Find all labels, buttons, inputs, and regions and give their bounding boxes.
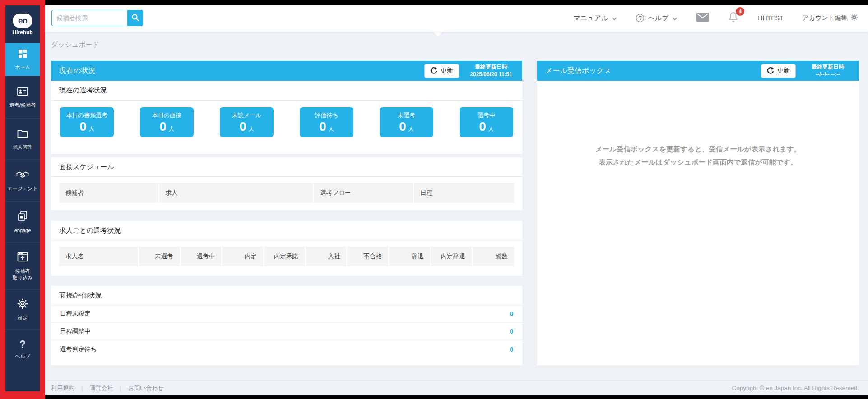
status-tile[interactable]: 本日の書類選考 0 人 bbox=[60, 107, 114, 137]
sidebar-item-settings[interactable]: 設定 bbox=[5, 289, 40, 329]
column-header: 選考中 bbox=[181, 247, 222, 266]
last-updated: 最終更新日時 2025/06/20 11:51 bbox=[464, 63, 518, 79]
column-header: 求人 bbox=[159, 183, 314, 203]
last-updated-value: --/--/-- --:-- bbox=[801, 71, 854, 78]
evaluation-row[interactable]: 日程未設定 0 bbox=[51, 305, 522, 323]
tile-unit: 人 bbox=[329, 125, 334, 133]
breadcrumb: ダッシュボード bbox=[51, 41, 99, 49]
status-tile[interactable]: 選考中 0 人 bbox=[460, 107, 513, 137]
folder-icon bbox=[17, 128, 28, 141]
search-icon bbox=[131, 14, 139, 23]
tile-label: 未読メール bbox=[220, 111, 274, 119]
search-button[interactable] bbox=[127, 10, 143, 26]
evaluation-row[interactable]: 選考判定待ち 0 bbox=[51, 340, 522, 358]
tile-label: 本日の面接 bbox=[140, 111, 194, 119]
question-icon: ? bbox=[19, 339, 26, 350]
section-title: 求人ごとの選考状況 bbox=[51, 221, 522, 240]
nav-label: ホーム bbox=[15, 64, 30, 71]
refresh-button[interactable]: 更新 bbox=[761, 64, 796, 78]
evaluation-count: 0 bbox=[510, 328, 513, 335]
evaluation-label: 日程未設定 bbox=[60, 310, 91, 318]
current-status-panel: 現在の状況 更新 最終更新日時 2025/06/20 11:51 現在の選考状況… bbox=[51, 61, 522, 154]
account-name[interactable]: HHTEST bbox=[758, 14, 783, 22]
evaluation-rows: 日程未設定 0 日程調整中 0 選考判定待ち 0 bbox=[51, 305, 522, 358]
header-menu: マニュアル ? ヘルプ 4 HHTEST bbox=[574, 11, 858, 25]
column-header: 内定承諾 bbox=[264, 247, 306, 266]
mail-icon[interactable] bbox=[696, 13, 709, 23]
sidebar-item-help[interactable]: ? ヘルプ bbox=[5, 329, 40, 370]
dashboard-grid-icon bbox=[17, 48, 28, 61]
tile-value: 0 bbox=[159, 120, 167, 134]
sidebar-nav: en Hirehub ホーム 選考/候補者 求人管理 bbox=[5, 5, 40, 391]
evaluation-row[interactable]: 日程調整中 0 bbox=[51, 323, 522, 340]
tile-label: 選考中 bbox=[460, 111, 513, 119]
manual-menu[interactable]: マニュアル bbox=[574, 14, 617, 23]
candidate-search bbox=[51, 10, 143, 26]
refresh-label: 更新 bbox=[777, 67, 790, 75]
mail-inbox-header: メール受信ボックス 更新 最終更新日時 --/--/-- --:-- bbox=[537, 61, 859, 81]
section-title: 面接/評価状況 bbox=[51, 286, 522, 305]
sidebar-highlight-frame: en Hirehub ホーム 選考/候補者 求人管理 bbox=[0, 0, 45, 399]
refresh-button[interactable]: 更新 bbox=[424, 64, 459, 78]
tile-value: 0 bbox=[479, 120, 486, 134]
column-header: 不合格 bbox=[347, 247, 389, 266]
evaluation-count: 0 bbox=[510, 310, 513, 317]
evaluation-label: 選考判定待ち bbox=[60, 345, 97, 353]
footer-link[interactable]: お問い合わせ bbox=[113, 384, 164, 392]
chevron-down-icon bbox=[672, 14, 678, 22]
nav-label: エージェント bbox=[7, 185, 37, 192]
sidebar-item-engage[interactable]: engage bbox=[5, 201, 40, 243]
gear-icon bbox=[17, 298, 28, 312]
footer-link[interactable]: 利用規約 bbox=[51, 384, 74, 392]
nav-label: engage bbox=[14, 227, 31, 234]
evaluation-label: 日程調整中 bbox=[60, 327, 91, 335]
column-header: 求人名 bbox=[59, 247, 139, 266]
tile-value: 0 bbox=[399, 120, 406, 134]
tile-unit: 人 bbox=[249, 125, 254, 133]
bottom-black-strip bbox=[45, 395, 868, 399]
job-status-panel: 求人ごとの選考状況 求人名未選考選考中内定内定承諾入社不合格辞退内定辞退総数 bbox=[51, 221, 522, 276]
notifications-bell[interactable]: 4 bbox=[728, 11, 739, 25]
panel-title: 現在の状況 bbox=[59, 66, 95, 76]
sidebar-item-candidates[interactable]: 選考/候補者 bbox=[5, 76, 40, 118]
manual-label: マニュアル bbox=[574, 14, 608, 23]
last-updated-label: 最終更新日時 bbox=[801, 63, 854, 71]
help-menu[interactable]: ? ヘルプ bbox=[636, 14, 678, 23]
status-tile[interactable]: 未選考 0 人 bbox=[380, 107, 433, 137]
refresh-icon bbox=[430, 67, 437, 75]
nav-label: 選考/候補者 bbox=[9, 102, 36, 109]
pages-icon bbox=[17, 211, 28, 224]
notification-badge: 4 bbox=[736, 7, 744, 16]
sidebar-item-agent[interactable]: エージェント bbox=[5, 160, 40, 201]
tile-unit: 人 bbox=[488, 125, 494, 133]
nav-label: ヘルプ bbox=[15, 353, 30, 360]
mail-empty-message: メール受信ボックスを更新すると、受信メールが表示されます。 表示されたメールはダ… bbox=[537, 81, 859, 169]
status-tile[interactable]: 本日の面接 0 人 bbox=[140, 107, 194, 137]
evaluation-count: 0 bbox=[510, 346, 513, 353]
account-edit-label: アカウント編集 bbox=[802, 14, 847, 22]
tile-value: 0 bbox=[319, 120, 326, 134]
sidebar-item-candidate-import[interactable]: 候補者 取り込み bbox=[5, 243, 40, 289]
search-input[interactable] bbox=[51, 10, 127, 26]
sidebar-item-home[interactable]: ホーム bbox=[5, 43, 40, 76]
refresh-icon bbox=[767, 67, 774, 75]
tile-unit: 人 bbox=[89, 125, 94, 133]
footer-link[interactable]: 運営会社 bbox=[74, 384, 113, 392]
last-updated-label: 最終更新日時 bbox=[464, 63, 518, 71]
status-tile[interactable]: 評価待ち 0 人 bbox=[300, 107, 353, 137]
handshake-icon bbox=[16, 170, 29, 182]
brand-logo[interactable]: en Hirehub bbox=[5, 5, 40, 43]
nav-label: 設定 bbox=[18, 315, 28, 321]
nav-label: 候補者 取り込み bbox=[13, 268, 33, 281]
tile-value: 0 bbox=[239, 120, 246, 134]
panel-title: メール受信ボックス bbox=[545, 66, 611, 76]
app-canvas: マニュアル ? ヘルプ 4 HHTEST bbox=[0, 0, 868, 399]
section-title: 面接スケジュール bbox=[51, 157, 522, 177]
current-status-header: 現在の状況 更新 最終更新日時 2025/06/20 11:51 bbox=[51, 61, 522, 81]
status-tile[interactable]: 未読メール 0 人 bbox=[220, 107, 274, 137]
account-edit-button[interactable]: アカウント編集 bbox=[802, 14, 858, 23]
sidebar-item-jobs[interactable]: 求人管理 bbox=[5, 118, 40, 160]
mail-message-line1: メール受信ボックスを更新すると、受信メールが表示されます。 bbox=[537, 142, 859, 156]
column-header: 内定辞退 bbox=[431, 247, 472, 266]
job-table-header: 求人名未選考選考中内定内定承諾入社不合格辞退内定辞退総数 bbox=[59, 247, 514, 266]
